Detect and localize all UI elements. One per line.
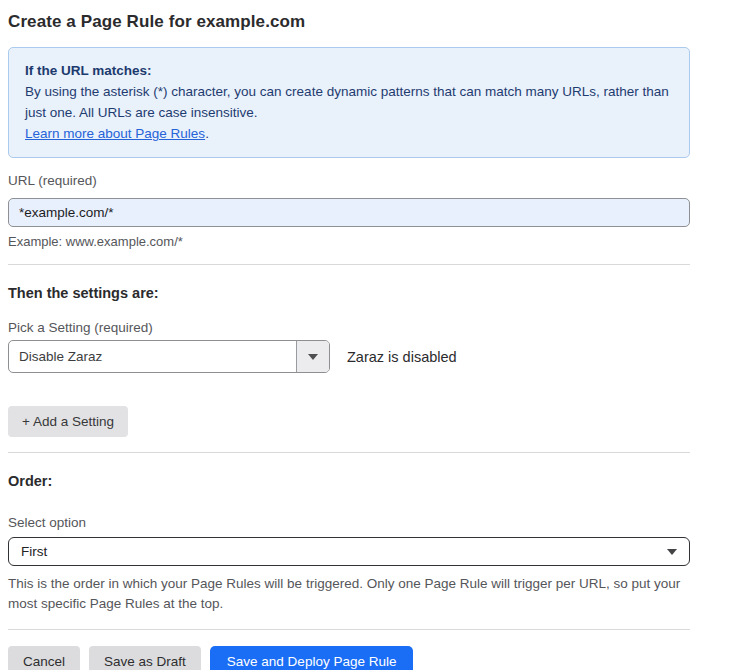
info-box-heading: If the URL matches: [25, 60, 673, 81]
url-field-example: Example: www.example.com/* [8, 234, 690, 249]
form-actions: Cancel Save as Draft Save and Deploy Pag… [8, 646, 690, 670]
info-box-link-line: Learn more about Page Rules. [25, 123, 673, 144]
chevron-down-icon [667, 549, 677, 555]
url-field-label: URL (required) [8, 173, 690, 188]
url-input[interactable] [8, 198, 690, 227]
add-setting-button[interactable]: + Add a Setting [8, 406, 128, 437]
order-select-label: Select option [8, 515, 690, 530]
page-title: Create a Page Rule for example.com [8, 12, 690, 32]
setting-dropdown-button[interactable] [296, 341, 329, 372]
settings-section-heading: Then the settings are: [8, 285, 690, 301]
page-rule-form: Create a Page Rule for example.com If th… [8, 12, 690, 670]
order-select-value: First [21, 544, 667, 559]
pick-setting-label: Pick a Setting (required) [8, 320, 690, 335]
divider [8, 264, 690, 265]
divider [8, 452, 690, 453]
cancel-button[interactable]: Cancel [8, 646, 80, 670]
caret-down-icon [308, 354, 318, 360]
order-section-heading: Order: [8, 473, 690, 489]
setting-row: Disable Zaraz Zaraz is disabled [8, 340, 690, 373]
learn-more-link[interactable]: Learn more about Page Rules [25, 126, 205, 141]
save-and-deploy-button[interactable]: Save and Deploy Page Rule [210, 646, 414, 670]
link-suffix: . [205, 126, 209, 141]
setting-dropdown-value: Disable Zaraz [9, 341, 296, 372]
order-help-text: This is the order in which your Page Rul… [8, 574, 686, 614]
setting-dropdown[interactable]: Disable Zaraz [8, 340, 330, 373]
order-select[interactable]: First [8, 537, 690, 566]
save-as-draft-button[interactable]: Save as Draft [89, 646, 201, 670]
divider [8, 629, 690, 630]
info-box-body: By using the asterisk (*) character, you… [25, 81, 673, 123]
url-match-info-box: If the URL matches: By using the asteris… [8, 47, 690, 158]
setting-status-text: Zaraz is disabled [347, 349, 457, 365]
